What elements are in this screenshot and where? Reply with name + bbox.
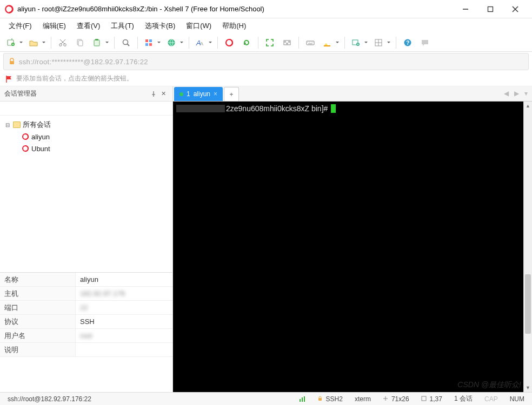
svg-rect-56 [318,398,322,401]
main-area: 会话管理器 ✕ ⊟ 所有会话 aliyun Ubun [0,86,532,392]
tile-button[interactable] [371,35,393,50]
help-button[interactable]: ? [400,35,416,50]
session-manager-panel: 会话管理器 ✕ ⊟ 所有会话 aliyun Ubun [0,86,173,392]
prop-value: 182.92.97.176 [76,289,172,298]
menu-tools[interactable]: 工具(T) [107,19,138,33]
new-window-button[interactable] [348,35,370,50]
toolbar-sep [396,37,396,49]
scroll-track[interactable] [524,110,532,383]
svg-rect-21 [149,39,152,42]
paste-button[interactable] [89,35,111,50]
xshell-button[interactable] [221,35,237,50]
keyboard-button[interactable] [302,35,318,50]
window-title: aliyun - root@iZ2ze9nu608mhii0kcks8xZ:/b… [17,5,453,13]
lock-icon [8,58,16,65]
prop-key: 端口 [0,301,76,314]
terminal-prompt: 2ze9nu608mhii0kcks8xZ bin]# [226,104,330,113]
menu-view[interactable]: 查看(V) [72,19,104,33]
svg-text:?: ? [406,40,409,46]
tab-close-button[interactable]: × [214,90,217,98]
svg-rect-34 [307,41,314,45]
refresh-button[interactable] [238,35,255,50]
svg-rect-20 [145,39,148,42]
terminal-scrollbar[interactable]: ▲ ▼ [523,102,532,392]
tab-menu-button[interactable]: ▾ [523,89,529,98]
cut-button[interactable] [55,35,71,50]
svg-rect-32 [286,43,288,45]
tab-aliyun[interactable]: 1 aliyun × [174,87,223,101]
maximize-button[interactable] [478,1,503,18]
menu-window[interactable]: 窗口(W) [182,19,216,33]
chat-button[interactable] [417,35,433,50]
menu-file[interactable]: 文件(F) [4,19,36,33]
toolbar-sep [189,37,189,49]
transparency-button[interactable] [279,35,295,50]
fullscreen-button[interactable] [262,35,278,50]
activity-icon [299,396,305,402]
address-text: ssh://root:***********@182.92.97.176:22 [19,58,148,66]
terminal-cursor [331,104,336,113]
toolbar-sep [137,37,138,49]
svg-rect-22 [145,43,148,46]
menubar: 文件(F) 编辑(E) 查看(V) 工具(T) 选项卡(B) 窗口(W) 帮助(… [0,18,532,33]
menu-help[interactable]: 帮助(H) [218,19,250,33]
menu-edit[interactable]: 编辑(E) [38,19,70,33]
pin-button[interactable] [149,89,158,99]
copy-button[interactable] [72,35,88,50]
session-swirl-icon [22,133,29,140]
status-activity [296,396,309,402]
highlight-button[interactable] [320,35,341,50]
toolbar-sep [344,37,345,49]
svg-text:A: A [200,41,203,46]
scroll-down-button[interactable]: ▼ [524,383,532,392]
open-session-button[interactable] [26,35,48,50]
status-size: 71x26 [380,395,413,403]
session-search-input[interactable] [0,102,172,115]
terminal-line: 2ze9nu608mhii0kcks8xZ bin]# [176,104,520,113]
tab-prev-button[interactable]: ◀ [503,89,510,98]
session-item-ubunt[interactable]: Ubunt [2,143,170,154]
scroll-thumb[interactable] [525,274,531,334]
toolbar-sep [51,37,51,49]
status-term: xterm [351,395,374,403]
tab-nav: ◀ ▶ ▾ [503,89,529,98]
toolbar: AA ? [0,33,532,52]
menu-tabs[interactable]: 选项卡(B) [141,19,179,33]
folder-icon [13,122,21,128]
terminal[interactable]: 2ze9nu608mhii0kcks8xZ bin]# [173,102,523,392]
panel-close-button[interactable]: ✕ [158,89,168,99]
session-label: Ubunt [31,145,50,153]
prop-key: 名称 [0,273,76,286]
addressbar[interactable]: ssh://root:***********@182.92.97.176:22 [3,53,529,70]
minimize-button[interactable] [453,1,478,18]
session-item-aliyun[interactable]: aliyun [2,131,170,143]
tab-next-button[interactable]: ▶ [513,89,520,98]
prop-value: root [76,332,172,340]
status-pos-label: 1,37 [430,395,442,403]
svg-rect-53 [300,399,301,402]
tab-add-button[interactable]: + [224,87,239,101]
scroll-up-button[interactable]: ▲ [524,102,532,110]
svg-rect-16 [94,40,99,46]
tree-collapse-icon[interactable]: ⊟ [4,122,11,128]
session-tree-root[interactable]: ⊟ 所有会话 [2,119,170,131]
flag-icon [5,75,13,83]
font-button[interactable]: AA [192,35,214,50]
hint-text: 要添加当前会话，点击左侧的箭头按钮。 [16,74,133,83]
close-button[interactable] [503,1,528,18]
prop-key: 协议 [0,315,76,328]
globe-button[interactable] [164,35,185,50]
statusbar: ssh://root@182.92.97.176:22 SSH2 xterm 7… [0,392,532,405]
session-manager-title: 会话管理器 [4,89,37,98]
svg-rect-31 [284,40,286,43]
prop-key: 主机 [0,287,76,300]
prop-row-name: 名称 aliyun [0,273,172,287]
new-session-button[interactable] [3,35,25,50]
terminal-wrap: 2ze9nu608mhii0kcks8xZ bin]# ▲ ▼ [173,102,532,392]
search-button[interactable] [118,35,134,50]
size-icon [383,396,389,402]
status-num: NUM [507,395,528,403]
layout-button[interactable] [141,35,163,50]
titlebar: aliyun - root@iZ2ze9nu608mhii0kcks8xZ:/b… [0,0,532,18]
toolbar-sep [258,37,258,49]
